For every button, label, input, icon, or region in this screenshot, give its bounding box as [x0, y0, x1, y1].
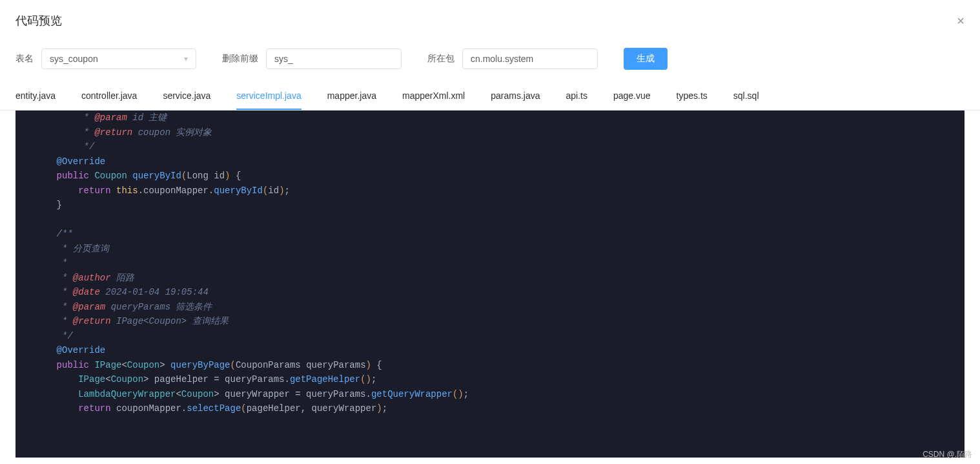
package-input-value: cn.molu.system	[471, 54, 533, 64]
code-line: */	[35, 140, 945, 154]
code-line: LambdaQueryWrapper<Coupon> queryWrapper …	[35, 387, 945, 402]
form-item-prefix: 删除前缀 sys_	[222, 48, 402, 69]
package-label: 所在包	[427, 53, 454, 65]
code-line: * @param queryParams 筛选条件	[35, 300, 945, 315]
prefix-label: 删除前缀	[222, 53, 258, 65]
prefix-input[interactable]: sys_	[266, 48, 402, 69]
prefix-input-value: sys_	[274, 54, 293, 64]
code-block: * @param id 主键 * @return coupon 实例对象 */ …	[15, 111, 965, 416]
tab-mapper-java[interactable]: mapper.java	[327, 83, 376, 110]
tab-controller-java[interactable]: controller.java	[81, 83, 137, 110]
tab-mapperXml-xml[interactable]: mapperXml.xml	[402, 83, 465, 110]
code-line: *	[35, 256, 945, 271]
modal-title: 代码预览	[15, 13, 62, 28]
tab-sql-sql[interactable]: sql.sql	[733, 83, 759, 110]
table-select[interactable]: sys_coupon ▾	[41, 48, 196, 69]
form-item-package: 所在包 cn.molu.system	[427, 48, 598, 69]
table-label: 表名	[15, 53, 34, 65]
tab-service-java[interactable]: service.java	[163, 83, 210, 110]
code-line: */	[35, 329, 945, 344]
code-line: return this.couponMapper.queryById(id);	[35, 184, 945, 198]
code-line: * @date 2024-01-04 19:05:44	[35, 285, 945, 300]
code-line: @Override	[35, 154, 945, 169]
tab-page-vue[interactable]: page.vue	[613, 83, 651, 110]
tab-types-ts[interactable]: types.ts	[677, 83, 708, 110]
code-line	[35, 213, 945, 227]
code-line: public Coupon queryById(Long id) {	[35, 169, 945, 184]
tab-api-ts[interactable]: api.ts	[566, 83, 587, 110]
code-line: * @param id 主键	[35, 111, 945, 125]
table-select-value: sys_coupon	[50, 54, 98, 64]
watermark: CSDN @.陌路	[923, 449, 972, 460]
code-container[interactable]: * @param id 主键 * @return coupon 实例对象 */ …	[15, 111, 965, 458]
form-row: 表名 sys_coupon ▾ 删除前缀 sys_ 所在包 cn.molu.sy…	[0, 41, 980, 83]
tabs: entity.javacontroller.javaservice.javase…	[0, 83, 980, 111]
code-line: public IPage<Coupon> queryByPage(CouponP…	[35, 358, 945, 373]
code-line: * @author 陌路	[35, 271, 945, 286]
code-line: /**	[35, 227, 945, 242]
generate-button[interactable]: 生成	[624, 48, 668, 70]
code-line: }	[35, 198, 945, 213]
package-input[interactable]: cn.molu.system	[462, 48, 598, 69]
code-line: IPage<Coupon> pageHelper = queryParams.g…	[35, 372, 945, 387]
code-line: @Override	[35, 343, 945, 358]
tab-params-java[interactable]: params.java	[491, 83, 540, 110]
tab-entity-java[interactable]: entity.java	[15, 83, 56, 110]
form-item-table: 表名 sys_coupon ▾	[15, 48, 196, 69]
tab-serviceImpl-java[interactable]: serviceImpl.java	[236, 83, 301, 110]
code-line: return couponMapper.selectPage(pageHelpe…	[35, 401, 945, 416]
modal-header: 代码预览 ×	[0, 0, 980, 41]
chevron-down-icon: ▾	[184, 54, 188, 63]
code-preview-modal: 代码预览 × 表名 sys_coupon ▾ 删除前缀 sys_ 所在包 cn.…	[0, 0, 980, 464]
close-icon[interactable]: ×	[957, 14, 965, 27]
code-line: * 分页查询	[35, 242, 945, 257]
code-line: * @return coupon 实例对象	[35, 125, 945, 140]
code-line: * @return IPage<Coupon> 查询结果	[35, 314, 945, 329]
